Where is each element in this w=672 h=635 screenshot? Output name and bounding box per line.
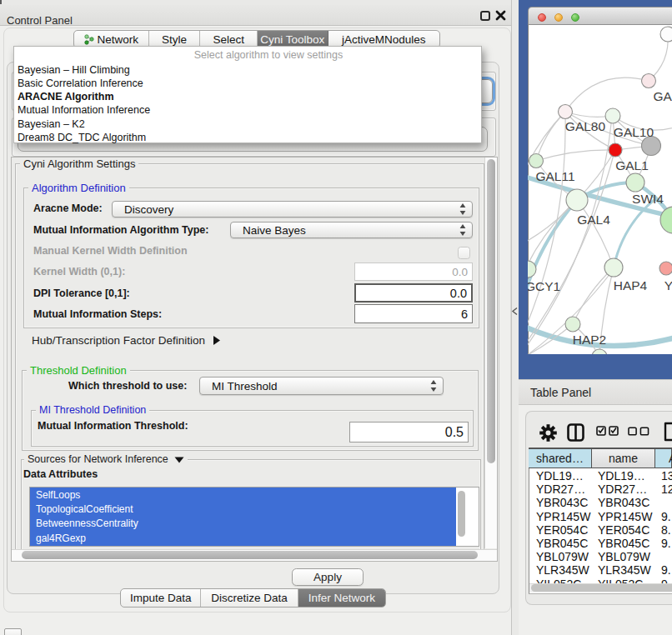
algorithm-popup-item[interactable]: Mutual Information Inference bbox=[18, 103, 476, 117]
hide-columns-icon[interactable] bbox=[628, 427, 649, 436]
table-cell[interactable]: YBR043C bbox=[598, 496, 649, 509]
float-window-icon[interactable] bbox=[480, 11, 490, 21]
dpi-tolerance-field[interactable]: 0.0 bbox=[354, 283, 473, 302]
tab-impute-data[interactable]: Impute Data bbox=[121, 589, 201, 607]
table-cell[interactable]: YPR145W bbox=[598, 510, 652, 523]
table-cell[interactable]: YLR345W bbox=[598, 563, 651, 577]
settings-hscrollbar-thumb[interactable] bbox=[22, 551, 478, 559]
table-cell[interactable]: YBL079W bbox=[536, 550, 589, 563]
gear-icon[interactable] bbox=[539, 424, 557, 442]
table-cell[interactable]: 12 bbox=[661, 482, 672, 496]
algorithm-popup-item[interactable]: Dream8 DC_TDC Algorithm bbox=[18, 131, 476, 144]
attribute-list-item[interactable]: TopologicalCoefficient bbox=[36, 502, 444, 517]
close-icon[interactable] bbox=[495, 10, 506, 21]
bottom-left-button[interactable] bbox=[4, 628, 22, 635]
mi-threshold-field[interactable]: 0.5 bbox=[349, 422, 469, 442]
split-panel-icon[interactable] bbox=[567, 423, 584, 442]
attribute-list-item[interactable]: BetweennessCentrality bbox=[36, 517, 444, 531]
panel-divider[interactable] bbox=[511, 0, 519, 635]
tab-cyni-toolbox[interactable]: Cyni Toolbox bbox=[258, 31, 328, 48]
network-node-swi4[interactable] bbox=[626, 173, 644, 192]
network-node-y[interactable] bbox=[659, 262, 672, 275]
table-cell[interactable]: YER054C bbox=[598, 523, 649, 537]
dpi-tolerance-label: DPI Tolerance [0,1]: bbox=[33, 288, 130, 300]
network-node[interactable] bbox=[592, 349, 607, 354]
algorithm-popup-item[interactable]: Basic Correlation Inference bbox=[18, 77, 476, 90]
table-cell[interactable]: YDL19… bbox=[536, 469, 584, 482]
network-node-hap4[interactable] bbox=[604, 258, 623, 277]
tab-select[interactable]: Select bbox=[200, 31, 258, 48]
table-cell[interactable]: 8. bbox=[661, 523, 671, 537]
apply-button[interactable]: Apply bbox=[292, 568, 364, 586]
settings-vscrollbar-thumb[interactable] bbox=[487, 159, 495, 463]
attribute-list-item[interactable]: SelfLoops bbox=[36, 488, 444, 502]
network-window-titlebar[interactable] bbox=[528, 7, 672, 25]
window-close-icon[interactable] bbox=[538, 13, 546, 22]
table-cell[interactable]: 13 bbox=[661, 469, 672, 482]
table-cell[interactable]: YDL19… bbox=[598, 469, 645, 482]
network-edge[interactable] bbox=[536, 112, 565, 161]
network-node[interactable] bbox=[660, 207, 672, 233]
network-graph[interactable]: GALGAL80GAL10GAL1GAL11GAL4SWI4GCY1HAP4YH… bbox=[528, 25, 672, 354]
algorithm-popup-item[interactable]: ARACNE Algorithm bbox=[18, 90, 476, 103]
table-cell[interactable]: YBR045C bbox=[536, 537, 588, 550]
table-cell[interactable]: YDR27… bbox=[598, 482, 647, 496]
window-zoom-icon[interactable] bbox=[571, 13, 579, 22]
table-cell[interactable]: YER054C bbox=[536, 523, 588, 537]
table-cell[interactable]: YLR345W bbox=[536, 563, 589, 577]
tab-jactivemnodules[interactable]: jActiveMNodules bbox=[328, 31, 439, 48]
tab-infer-network[interactable]: Infer Network bbox=[298, 589, 385, 607]
algorithm-popup-item[interactable]: Bayesian – K2 bbox=[18, 118, 476, 131]
divider-collapse-icon[interactable] bbox=[512, 308, 518, 315]
network-node[interactable] bbox=[642, 137, 661, 156]
sources-title[interactable]: Sources for Network Inference bbox=[28, 453, 168, 466]
network-node-hap2[interactable] bbox=[565, 317, 580, 332]
data-attributes-label: Data Attributes bbox=[23, 468, 98, 481]
aracne-mode-combobox[interactable]: Discovery bbox=[112, 201, 473, 218]
show-columns-icon[interactable] bbox=[596, 426, 619, 436]
window-minimize-icon[interactable] bbox=[554, 13, 563, 22]
tab-discretize-data[interactable]: Discretize Data bbox=[201, 589, 298, 607]
sources-title-row[interactable]: Sources for Network Inference bbox=[24, 453, 188, 466]
hub-section-label[interactable]: Hub/Transcription Factor Definition bbox=[32, 334, 205, 347]
network-node-gal4[interactable] bbox=[566, 189, 588, 211]
algorithm-popup-item[interactable]: Bayesian – Hill Climbing bbox=[18, 63, 476, 77]
document-icon[interactable] bbox=[664, 422, 672, 442]
table-cell[interactable]: YDR27… bbox=[536, 482, 585, 496]
tab-network[interactable]: Network bbox=[74, 31, 149, 48]
kernel-width-field[interactable]: 0.0 bbox=[354, 262, 473, 281]
network-edge[interactable] bbox=[536, 150, 615, 161]
table-cell[interactable]: 9. bbox=[661, 563, 671, 577]
network-node-gal1[interactable] bbox=[609, 143, 622, 157]
mi-steps-field[interactable]: 6 bbox=[354, 304, 473, 323]
attribute-list-item[interactable]: gal4RGexp bbox=[36, 532, 444, 546]
network-node-gal[interactable] bbox=[642, 74, 656, 88]
table-cell[interactable]: YPR145W bbox=[536, 510, 590, 523]
network-node[interactable] bbox=[660, 27, 672, 42]
table-cell[interactable]: YBR043C bbox=[536, 496, 588, 509]
network-node-gal80[interactable] bbox=[559, 105, 573, 119]
network-node-gal11[interactable] bbox=[529, 154, 544, 168]
table-cell[interactable]: YBR045C bbox=[598, 537, 649, 550]
table-panel-title: Table Panel bbox=[530, 380, 591, 406]
table-hscrollbar-thumb[interactable] bbox=[531, 584, 672, 592]
list-vertical-scrollbar[interactable] bbox=[458, 491, 465, 537]
tab-style[interactable]: Style bbox=[149, 31, 201, 48]
hub-section-row[interactable]: Hub/Transcription Factor Definition bbox=[32, 333, 221, 347]
column-header-third[interactable]: A bbox=[655, 448, 672, 468]
column-header-name[interactable]: name bbox=[592, 448, 655, 468]
column-header-shared-name[interactable]: shared… bbox=[529, 448, 592, 468]
table-cell[interactable]: 9. bbox=[661, 510, 671, 523]
table-cell[interactable]: YBL079W bbox=[598, 550, 650, 563]
mi-algorithm-type-label: Mutual Information Algorithm Type: bbox=[33, 224, 208, 237]
network-edge[interactable] bbox=[577, 200, 614, 268]
manual-kernel-checkbox[interactable] bbox=[458, 247, 470, 259]
table-cell[interactable]: 9. bbox=[661, 537, 671, 550]
network-edge[interactable] bbox=[565, 78, 649, 112]
field-value: 0.0 bbox=[450, 287, 467, 300]
expand-right-icon[interactable] bbox=[213, 335, 221, 346]
collapse-down-icon[interactable] bbox=[174, 457, 184, 463]
network-node-gal10[interactable] bbox=[605, 108, 620, 123]
mi-algorithm-type-combobox[interactable]: Naive Bayes bbox=[230, 222, 473, 238]
which-threshold-combobox[interactable]: MI Threshold bbox=[199, 377, 444, 395]
